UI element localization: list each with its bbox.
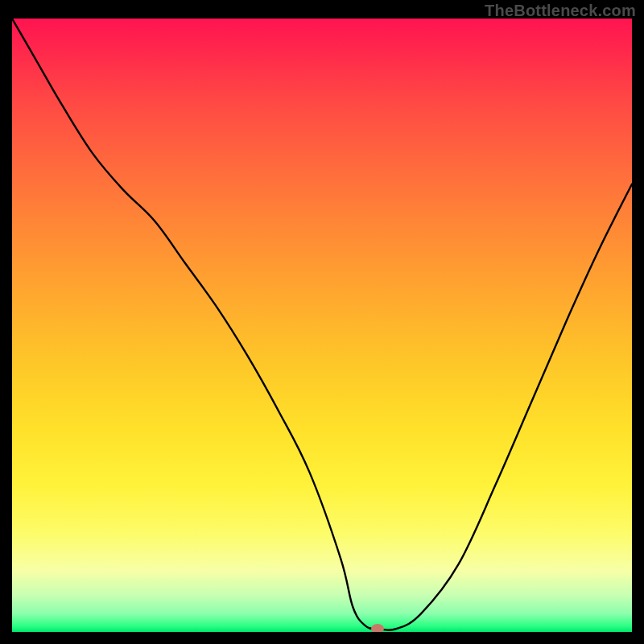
bottleneck-curve — [12, 19, 632, 630]
curve-svg — [12, 19, 632, 632]
chart-frame: TheBottleneck.com — [0, 0, 644, 644]
optimal-point-marker — [371, 624, 384, 632]
plot-area — [12, 19, 632, 632]
watermark-text: TheBottleneck.com — [485, 2, 636, 20]
